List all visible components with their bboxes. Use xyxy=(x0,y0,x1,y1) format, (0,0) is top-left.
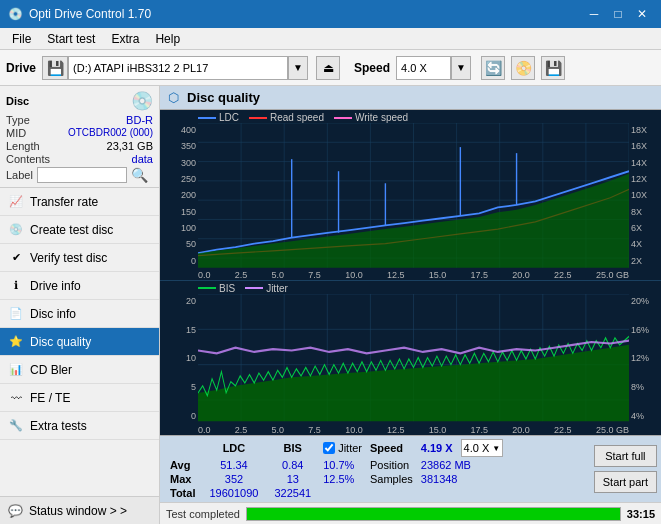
speed-select[interactable]: 4.0 X xyxy=(396,56,451,80)
samples-label: Samples xyxy=(366,472,417,486)
chart1-canvas: 0.0 2.5 5.0 7.5 10.0 12.5 15.0 17.5 20.0… xyxy=(198,123,629,280)
label-icon[interactable]: 🔍 xyxy=(131,167,148,183)
chart1-y-axis-right: 18X 16X 14X 12X 10X 8X 6X 4X 2X xyxy=(629,123,661,280)
bis-header: BIS xyxy=(266,438,319,458)
sidebar-item-cd-bler[interactable]: 📊 CD Bler xyxy=(0,356,159,384)
ldc-total: 19601090 xyxy=(201,486,266,500)
disc-panel-icon: 💿 xyxy=(131,90,153,112)
jitter-legend-line xyxy=(245,287,263,289)
disc-info-icon: 📄 xyxy=(8,306,24,322)
sidebar-item-disc-quality[interactable]: ⭐ Disc quality xyxy=(0,328,159,356)
position-label: Position xyxy=(366,458,417,472)
jitter-max: 12.5% xyxy=(319,472,366,486)
write-speed-legend-label: Write speed xyxy=(355,112,408,123)
title-bar-title: 💿 Opti Drive Control 1.70 xyxy=(8,7,151,21)
jitter-label: Jitter xyxy=(338,442,362,454)
write-speed-legend-line xyxy=(334,117,352,119)
progress-bar-container xyxy=(246,507,621,521)
status-window-button[interactable]: 💬 Status window > > xyxy=(0,496,159,524)
main-area: Disc 💿 Type BD-R MID OTCBDR002 (000) Len… xyxy=(0,86,661,524)
speed-stat-value: 4.19 X xyxy=(417,438,457,458)
app-title: Opti Drive Control 1.70 xyxy=(29,7,151,21)
stats-table: LDC BIS Jitter Speed 4.19 X 4.0 xyxy=(164,438,507,500)
minimize-button[interactable]: ─ xyxy=(583,3,605,25)
menu-extra[interactable]: Extra xyxy=(103,30,147,48)
mid-value: OTCBDR002 (000) xyxy=(68,127,153,139)
drive-select[interactable]: (D:) ATAPI iHBS312 2 PL17 xyxy=(68,56,288,80)
chart1-legend: LDC Read speed Write speed xyxy=(160,110,661,123)
chart2-x-axis: 0.0 2.5 5.0 7.5 10.0 12.5 15.0 17.5 20.0… xyxy=(198,425,629,435)
contents-value: data xyxy=(132,153,153,165)
fe-te-icon: 〰 xyxy=(8,390,24,406)
create-test-disc-label: Create test disc xyxy=(30,223,113,237)
close-button[interactable]: ✕ xyxy=(631,3,653,25)
label-label: Label xyxy=(6,169,33,181)
extra-tests-icon: 🔧 xyxy=(8,418,24,434)
menu-start-test[interactable]: Start test xyxy=(39,30,103,48)
status-text: Test completed xyxy=(166,508,240,520)
length-value: 23,31 GB xyxy=(107,140,153,152)
menu-bar: File Start test Extra Help xyxy=(0,28,661,50)
app-icon: 💿 xyxy=(8,7,23,21)
transfer-rate-label: Transfer rate xyxy=(30,195,98,209)
sidebar-item-verify-test-disc[interactable]: ✔ Verify test disc xyxy=(0,244,159,272)
speed-dropdown-arrow[interactable]: ▼ xyxy=(451,56,471,80)
disc-quality-title: Disc quality xyxy=(187,90,260,105)
ldc-legend-line xyxy=(198,117,216,119)
disc-panel: Disc 💿 Type BD-R MID OTCBDR002 (000) Len… xyxy=(0,86,159,188)
eject-button[interactable]: ⏏ xyxy=(316,56,340,80)
transfer-rate-icon: 📈 xyxy=(8,194,24,210)
status-window-label: Status window > > xyxy=(29,504,127,518)
sidebar-item-fe-te[interactable]: 〰 FE / TE xyxy=(0,384,159,412)
type-value: BD-R xyxy=(126,114,153,126)
bis-max: 13 xyxy=(266,472,319,486)
create-test-disc-icon: 💿 xyxy=(8,222,24,238)
avg-label: Avg xyxy=(164,458,201,472)
contents-label: Contents xyxy=(6,153,50,165)
sidebar-item-disc-info[interactable]: 📄 Disc info xyxy=(0,300,159,328)
type-label: Type xyxy=(6,114,30,126)
sidebar-item-drive-info[interactable]: ℹ Drive info xyxy=(0,272,159,300)
cd-bler-label: CD Bler xyxy=(30,363,72,377)
stats-bar: LDC BIS Jitter Speed 4.19 X 4.0 xyxy=(160,435,661,502)
drive-icon: 💾 xyxy=(42,56,68,80)
status-time: 33:15 xyxy=(627,508,655,520)
drive-bar: Drive 💾 (D:) ATAPI iHBS312 2 PL17 ▼ ⏏ Sp… xyxy=(0,50,661,86)
extra-tests-label: Extra tests xyxy=(30,419,87,433)
speed-icon-btn2[interactable]: 📀 xyxy=(511,56,535,80)
speed-icon-btn1[interactable]: 🔄 xyxy=(481,56,505,80)
status-bar: Test completed 33:15 xyxy=(160,502,661,524)
start-buttons: Start full Start part xyxy=(594,445,657,493)
chart1-svg xyxy=(198,123,629,280)
menu-help[interactable]: Help xyxy=(147,30,188,48)
max-label: Max xyxy=(164,472,201,486)
menu-file[interactable]: File xyxy=(4,30,39,48)
chart2-svg xyxy=(198,294,629,435)
chart1-y-axis-left: 400 350 300 250 200 150 100 50 0 xyxy=(160,123,198,280)
jitter-avg: 10.7% xyxy=(319,458,366,472)
sidebar-item-create-test-disc[interactable]: 💿 Create test disc xyxy=(0,216,159,244)
read-speed-legend-label: Read speed xyxy=(270,112,324,123)
label-input[interactable] xyxy=(37,167,127,183)
verify-test-disc-label: Verify test disc xyxy=(30,251,107,265)
ldc-header: LDC xyxy=(201,438,266,458)
speed-icon-btn3[interactable]: 💾 xyxy=(541,56,565,80)
speed-stat-label: Speed xyxy=(366,438,417,458)
chart2-y-axis-left: 20 15 10 5 0 xyxy=(160,294,198,435)
speed-dropdown[interactable]: 4.0 X ▼ xyxy=(461,439,504,457)
chart2-y-axis-right: 20% 16% 12% 8% 4% xyxy=(629,294,661,435)
drive-dropdown-arrow[interactable]: ▼ xyxy=(288,56,308,80)
chart2-canvas: 0.0 2.5 5.0 7.5 10.0 12.5 15.0 17.5 20.0… xyxy=(198,294,629,435)
start-full-button[interactable]: Start full xyxy=(594,445,657,467)
maximize-button[interactable]: □ xyxy=(607,3,629,25)
sidebar-item-extra-tests[interactable]: 🔧 Extra tests xyxy=(0,412,159,440)
chart1-area: 400 350 300 250 200 150 100 50 0 xyxy=(160,123,661,280)
start-part-button[interactable]: Start part xyxy=(594,471,657,493)
title-bar: 💿 Opti Drive Control 1.70 ─ □ ✕ xyxy=(0,0,661,28)
position-value: 23862 MB xyxy=(417,458,507,472)
jitter-checkbox[interactable] xyxy=(323,442,335,454)
progress-bar-fill xyxy=(247,508,620,520)
bis-avg: 0.84 xyxy=(266,458,319,472)
sidebar-item-transfer-rate[interactable]: 📈 Transfer rate xyxy=(0,188,159,216)
speed-label: Speed xyxy=(354,61,390,75)
